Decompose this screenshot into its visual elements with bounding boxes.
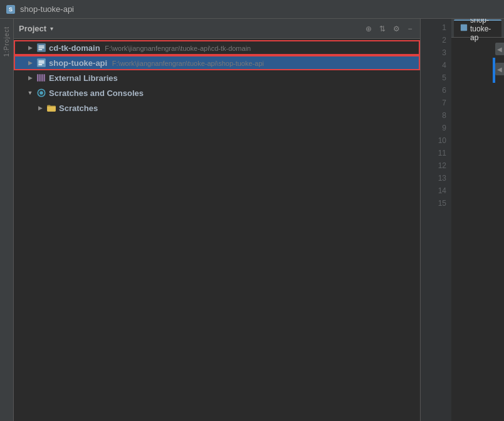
- svg-rect-10: [41, 74, 43, 81]
- line-6: 6: [442, 84, 446, 97]
- tree-item-cd-tk-domain[interactable]: ▶ cd-tk-domain F:\work\jiangnanfengran\t…: [14, 40, 420, 55]
- tree-item-scratches-and-consoles[interactable]: ▼ Scratches and Consoles: [14, 85, 420, 100]
- gear-icon[interactable]: ⚙: [391, 24, 401, 34]
- panel-dropdown-arrow[interactable]: ▾: [50, 25, 53, 32]
- tree-label-external-libraries: External Libraries: [49, 73, 118, 83]
- library-icon: [36, 73, 46, 83]
- title-bar-text: shop-tuoke-api: [20, 4, 74, 14]
- blue-accent-bar: [493, 58, 495, 83]
- line-7: 7: [442, 97, 446, 109]
- line-11: 11: [438, 147, 446, 159]
- line-15: 15: [438, 197, 446, 210]
- globe-icon[interactable]: ⊕: [364, 24, 374, 34]
- right-arrows: ◀ ◀: [495, 38, 504, 75]
- tree-label-cd-tk-domain: cd-tk-domain F:\work\jiangnanfengran\tuo…: [49, 43, 251, 53]
- line-5: 5: [442, 72, 446, 84]
- svg-rect-8: [37, 74, 38, 81]
- expand-arrow-scratches-and-consoles[interactable]: ▼: [26, 89, 34, 97]
- line-14: 14: [438, 184, 446, 197]
- svg-rect-9: [39, 74, 41, 81]
- tab-label: shop-tuoke-ap: [470, 19, 495, 42]
- svg-rect-1: [38, 46, 44, 47]
- scratches-icon: [36, 88, 46, 98]
- collapse-right-arrow[interactable]: ◀: [495, 63, 504, 75]
- sidebar-strip-label: 1:Project: [3, 26, 10, 56]
- expand-arrow-external-libraries[interactable]: ▶: [26, 74, 34, 82]
- panel-header: Project ▾ ⊕ ⇅ ⚙ −: [14, 19, 420, 39]
- line-9: 9: [442, 122, 446, 134]
- line-2: 2: [442, 34, 446, 46]
- tree-label-shop-tuoke-api: shop-tuoke-api F:\work\jiangnanfengran\t…: [49, 58, 264, 68]
- svg-rect-3: [38, 49, 42, 50]
- module-icon-cd-tk-domain: [36, 43, 46, 53]
- line-13: 13: [438, 172, 446, 184]
- svg-rect-6: [38, 62, 44, 63]
- line-10: 10: [438, 134, 446, 147]
- app-icon: S: [6, 5, 15, 14]
- line-number-gutter: 1 2 3 4 5 6 7 8 9 10 11 12 13 14 15: [420, 19, 451, 421]
- tab-shop-tuoke-api[interactable]: shop-tuoke-ap: [454, 19, 501, 37]
- line-12: 12: [438, 159, 446, 172]
- project-panel: Project ▾ ⊕ ⇅ ⚙ − ▶: [14, 19, 420, 421]
- tree-item-external-libraries[interactable]: ▶ External Libraries: [14, 70, 420, 85]
- editor-area: shop-tuoke-ap ◀ ◀: [451, 19, 504, 421]
- project-tree: ▶ cd-tk-domain F:\work\jiangnanfengran\t…: [14, 39, 420, 421]
- svg-rect-14: [461, 24, 467, 31]
- svg-rect-2: [38, 47, 44, 48]
- title-bar: S shop-tuoke-api: [0, 0, 504, 19]
- editor-tab-strip: shop-tuoke-ap: [451, 19, 504, 38]
- svg-rect-5: [38, 61, 44, 62]
- expand-arrow-shop-tuoke-api[interactable]: ▶: [26, 59, 34, 67]
- line-8: 8: [442, 109, 446, 122]
- tree-label-scratches-and-consoles: Scratches and Consoles: [49, 88, 144, 98]
- sidebar-strip: 1:Project: [0, 19, 14, 421]
- main-layout: 1:Project Project ▾ ⊕ ⇅ ⚙ − ▶: [0, 19, 504, 421]
- svg-rect-11: [43, 74, 45, 81]
- split-icon[interactable]: ⇅: [377, 24, 387, 34]
- folder-icon: [46, 103, 56, 113]
- line-4: 4: [442, 59, 446, 72]
- svg-rect-7: [38, 64, 42, 65]
- line-1: 1: [442, 21, 446, 34]
- tree-item-shop-tuoke-api[interactable]: ▶ shop-tuoke-api F:\work\jiangnanfengran…: [14, 55, 420, 70]
- expand-arrow-scratches[interactable]: ▶: [36, 104, 44, 112]
- line-3: 3: [442, 46, 446, 59]
- svg-point-13: [39, 91, 43, 95]
- tree-item-scratches[interactable]: ▶ Scratches: [14, 100, 420, 115]
- tree-label-scratches: Scratches: [59, 104, 98, 113]
- module-icon-shop-tuoke-api: [36, 58, 46, 68]
- minimize-icon[interactable]: −: [405, 24, 415, 34]
- panel-title: Project: [19, 24, 46, 33]
- tab-icon: [460, 24, 468, 33]
- expand-arrow-cd-tk-domain[interactable]: ▶: [26, 44, 34, 51]
- collapse-left-arrow[interactable]: ◀: [495, 43, 504, 55]
